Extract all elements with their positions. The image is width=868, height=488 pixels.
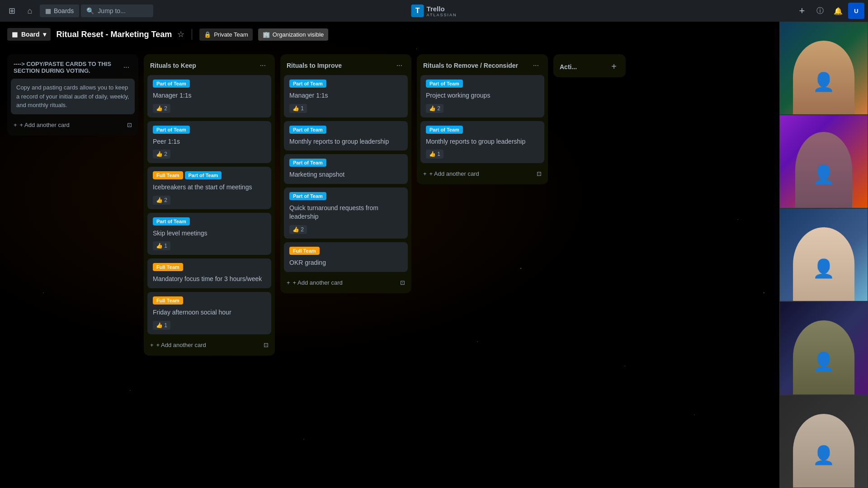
card-manager-1on1s-keep[interactable]: Part of Team Manager 1:1s 👍 2: [147, 75, 271, 117]
board-type-button[interactable]: ▦ Board ▾: [7, 28, 51, 41]
add-card-improve[interactable]: + + Add another card ⊡: [284, 276, 408, 290]
list-header-keep: Rituals to Keep ···: [144, 54, 275, 75]
card-peer-1on1s[interactable]: Part of Team Peer 1:1s 👍 2: [147, 121, 271, 164]
tag-full-team: Full Team: [153, 263, 183, 271]
card-monthly-reports-remove[interactable]: Part of Team Monthly reports to group le…: [420, 121, 544, 164]
vote-button[interactable]: 👍 1: [153, 321, 170, 330]
add-card-keep[interactable]: + + Add another card ⊡: [147, 338, 271, 352]
add-card-copy-label: + Add another card: [20, 122, 70, 128]
vote-button[interactable]: 👍 1: [153, 241, 170, 250]
add-icon: +: [14, 122, 17, 128]
list-rituals-to-remove: Rituals to Remove / Reconsider ··· Part …: [417, 54, 548, 184]
list-footer-remove: + + Add another card ⊡: [417, 163, 548, 184]
tag-full-team: Full Team: [153, 171, 183, 179]
board-content: ----> COPY/PASTE CARDS TO THIS SECTION D…: [0, 47, 868, 488]
card-manager-1on1s-improve[interactable]: Part of Team Manager 1:1s 👍 1: [284, 75, 408, 117]
list-footer-keep: + + Add another card ⊡: [144, 334, 275, 356]
card-footer: 👍 2: [153, 150, 266, 159]
list-header-remove: Rituals to Remove / Reconsider ···: [417, 54, 548, 75]
vote-button[interactable]: 👍 1: [289, 104, 307, 113]
tag-part-of-team: Part of Team: [289, 126, 326, 134]
card-friday-social[interactable]: Full Team Friday afternoon social hour 👍…: [147, 292, 271, 334]
home-icon[interactable]: ⌂: [22, 3, 38, 19]
card-tags: Full Team: [153, 296, 266, 305]
privacy-tag[interactable]: 🔒 Private Team: [199, 28, 253, 41]
copy-icon: ⊡: [264, 342, 269, 348]
card-title: Skip level meetings: [153, 229, 266, 238]
copy-icon: ⊡: [400, 279, 405, 286]
video-tile-5: 👤: [779, 395, 868, 488]
list-body-keep: Part of Team Manager 1:1s 👍 2 Part of Te…: [144, 75, 275, 334]
copy-icon: ⊡: [127, 122, 132, 128]
tag-part-of-team: Part of Team: [289, 192, 326, 200]
card-monthly-reports-improve[interactable]: Part of Team Monthly reports to group le…: [284, 121, 408, 151]
vote-button[interactable]: 👍 2: [426, 104, 443, 113]
card-icebreakers[interactable]: Full Team Part of Team Icebreakers at th…: [147, 167, 271, 209]
list-title-improve: Rituals to Improve: [287, 62, 394, 69]
list-title-action: Acti...: [560, 63, 609, 70]
grid-menu-icon[interactable]: ⊞: [4, 3, 20, 19]
search-bar[interactable]: 🔍 Jump to...: [81, 5, 153, 17]
visibility-tag[interactable]: 🏢 Organization visible: [258, 28, 328, 41]
card-footer: 👍 2: [153, 196, 266, 205]
search-icon: 🔍: [86, 7, 94, 14]
card-footer: 👍 1: [289, 104, 402, 113]
card-okr-grading[interactable]: Full Team OKR grading: [284, 242, 408, 272]
card-title: Manager 1:1s: [153, 91, 266, 100]
trello-logo-icon: T: [411, 5, 424, 17]
video-panel: 👤 👤 👤 👤 👤: [779, 22, 868, 488]
star-button[interactable]: ☆: [177, 29, 184, 39]
list-menu-remove[interactable]: ···: [530, 61, 542, 70]
list-header-action: Acti... +: [553, 54, 626, 77]
tag-full-team: Full Team: [153, 296, 183, 305]
card-project-working-groups[interactable]: Part of Team Project working groups 👍 2: [420, 75, 544, 117]
vote-button[interactable]: 👍 2: [153, 104, 170, 113]
card-tags: Part of Team: [289, 192, 402, 200]
list-menu-copy[interactable]: ···: [121, 62, 132, 72]
tag-part-of-team: Part of Team: [289, 80, 326, 88]
vote-button[interactable]: 👍 2: [289, 225, 307, 234]
card-tags: Full Team: [289, 247, 402, 255]
boards-button[interactable]: ▦ Boards: [40, 5, 79, 17]
vote-button[interactable]: 👍 2: [153, 150, 170, 159]
list-header-copy: ----> COPY/PASTE CARDS TO THIS SECTION D…: [7, 54, 138, 79]
info-button[interactable]: ⓘ: [812, 3, 828, 19]
list-menu-keep[interactable]: ···: [257, 61, 269, 70]
trello-logo: T Trello ATLASSIAN: [411, 5, 457, 17]
navbar: ⊞ ⌂ ▦ Boards 🔍 Jump to... T Trello ATLAS…: [0, 0, 868, 22]
tag-part-of-team: Part of Team: [426, 80, 463, 88]
add-icon: +: [423, 170, 427, 177]
add-card-remove-label: + Add another card: [429, 170, 479, 177]
card-focus-time[interactable]: Full Team Mandatory focus time for 3 hou…: [147, 258, 271, 288]
board-type-label: Board: [21, 31, 39, 38]
tag-part-of-team: Part of Team: [153, 126, 190, 134]
card-title: Friday afternoon social hour: [153, 308, 266, 317]
add-button[interactable]: +: [794, 3, 810, 19]
card-tags: Part of Team: [289, 126, 402, 134]
card-marketing-snapshot[interactable]: Part of Team Marketing snapshot: [284, 154, 408, 184]
list-menu-improve[interactable]: ···: [394, 61, 405, 70]
copy-paste-card[interactable]: Copy and pasting cards allows you to kee…: [11, 79, 135, 114]
tag-part-of-team: Part of Team: [426, 126, 463, 134]
vote-button[interactable]: 👍 1: [426, 150, 443, 159]
card-title: Quick turnaround requests from leadershi…: [289, 204, 402, 221]
avatar[interactable]: U: [848, 3, 864, 19]
board-icon: ▦: [12, 31, 18, 38]
add-icon: +: [150, 342, 154, 348]
video-tile-2: 👤: [779, 115, 868, 208]
add-card-remove[interactable]: + + Add another card ⊡: [420, 167, 544, 181]
card-title: Project working groups: [426, 91, 539, 100]
list-body-remove: Part of Team Project working groups 👍 2 …: [417, 75, 548, 163]
separator: [192, 29, 192, 40]
vote-button[interactable]: 👍 2: [153, 196, 170, 205]
add-card-copy[interactable]: + + Add another card ⊡: [11, 118, 135, 132]
list-action-items: Acti... +: [553, 54, 626, 77]
list-body-copy: Copy and pasting cards allows you to kee…: [7, 79, 138, 114]
notifications-button[interactable]: 🔔: [830, 3, 846, 19]
card-quick-turnaround[interactable]: Part of Team Quick turnaround requests f…: [284, 188, 408, 239]
card-skip-level[interactable]: Part of Team Skip level meetings 👍 1: [147, 213, 271, 255]
list-add-action[interactable]: +: [609, 61, 619, 73]
tag-part-of-team: Part of Team: [153, 217, 190, 225]
list-title-remove: Rituals to Remove / Reconsider: [423, 62, 530, 69]
list-body-improve: Part of Team Manager 1:1s 👍 1 Part of Te…: [280, 75, 411, 272]
